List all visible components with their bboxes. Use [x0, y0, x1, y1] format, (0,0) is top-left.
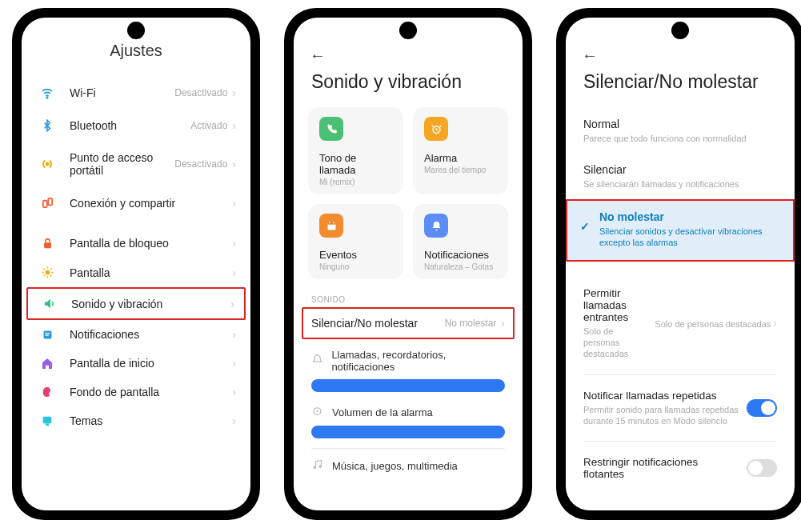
bluetooth-icon [36, 119, 58, 132]
svg-rect-21 [327, 222, 335, 225]
alarm-icon [424, 117, 448, 141]
row-label: Punto de acceso portátil [70, 151, 174, 177]
chevron-right-icon: › [232, 119, 236, 132]
chevron-right-icon: › [232, 266, 236, 279]
row-label: Conexión y compartir [70, 197, 232, 210]
row-allow-incoming[interactable]: Permitir llamadas entrantes Solo de pers… [566, 279, 795, 368]
wallpaper-icon [36, 386, 58, 398]
opt-title: No molestar [599, 210, 775, 223]
card-sub: Marea del tiempo [424, 166, 497, 174]
row-wifi[interactable]: Wi-Fi Desactivado › [22, 76, 250, 110]
phone-dnd: ← Silenciar/No molestar Normal Parece qu… [556, 8, 801, 520]
row-label: Pantalla de bloqueo [70, 237, 232, 250]
row-label: Pantalla de inicio [70, 357, 232, 370]
slider-alarm[interactable] [311, 426, 505, 438]
separator [583, 441, 777, 442]
home-icon [36, 357, 58, 370]
row-restrict-floating[interactable]: Restringir notificaciones flotantes [566, 448, 795, 488]
separator [583, 374, 777, 375]
svg-point-1 [46, 163, 49, 166]
share-icon [36, 196, 58, 210]
screen-dnd: ← Silenciar/No molestar Normal Parece qu… [566, 18, 795, 510]
highlight-sound: Sonido y vibración › [26, 287, 246, 320]
row-value: Desactivado [174, 158, 227, 170]
vol-label: Volumen de la alarma [332, 406, 433, 418]
row-home[interactable]: Pantalla de inicio › [22, 349, 250, 378]
wifi-icon [36, 86, 58, 100]
row-value: Desactivado [174, 87, 227, 98]
row-lockscreen[interactable]: Pantalla de bloqueo › [22, 229, 250, 258]
opt-silence[interactable]: Silenciar Se silenciarán llamadas y noti… [566, 154, 795, 199]
vol-label: Llamadas, recordatorios, notificaciones [331, 349, 505, 373]
svg-point-25 [314, 466, 316, 469]
card-sub: Mi (remix) [319, 178, 392, 186]
row-repeat-calls[interactable]: Notificar llamadas repetidas Permitir so… [566, 382, 795, 435]
chevron-right-icon: › [232, 86, 236, 99]
alarm-outline-icon [311, 405, 324, 419]
row-notifications[interactable]: Notificaciones › [22, 320, 250, 349]
row-label: Bluetooth [70, 119, 190, 132]
row-label: Notificaciones [70, 328, 232, 341]
row-hotspot[interactable]: Punto de acceso portátil Desactivado › [22, 142, 250, 186]
row-label: Pantalla [70, 266, 232, 279]
chevron-right-icon: › [232, 328, 236, 341]
back-button[interactable]: ← [294, 42, 523, 65]
svg-rect-18 [46, 423, 49, 426]
toggle-repeat-calls[interactable] [747, 399, 777, 417]
opt-title: Normal [583, 118, 777, 130]
slider-calls[interactable] [311, 379, 505, 392]
vol-label: Música, juegos, multimedia [332, 460, 458, 472]
row-label: Fondo de pantalla [70, 386, 232, 398]
themes-icon [36, 414, 58, 427]
svg-line-12 [43, 275, 44, 276]
card-title: Alarma [424, 152, 497, 164]
chevron-right-icon: › [232, 414, 236, 427]
svg-point-26 [319, 466, 322, 468]
opt-sub: Se silenciarán llamadas y notificaciones [583, 178, 777, 190]
row-label: Wi-Fi [70, 86, 174, 99]
hotspot-icon [36, 157, 58, 171]
svg-rect-3 [48, 198, 52, 206]
row-sound[interactable]: Sonido y vibración › [28, 289, 244, 318]
bell-outline-icon [311, 354, 323, 368]
row-value: Activado [190, 120, 227, 131]
svg-line-10 [43, 269, 44, 270]
back-button[interactable]: ← [566, 42, 795, 65]
svg-rect-4 [44, 242, 51, 248]
bell-icon [424, 214, 448, 238]
row-display[interactable]: Pantalla › [22, 258, 250, 287]
card-title: Tono de llamada [319, 152, 392, 176]
row-label: Sonido y vibración [71, 298, 230, 310]
row-label: Silenciar/No molestar [311, 317, 445, 330]
chevron-right-icon: › [232, 386, 236, 398]
svg-rect-16 [45, 334, 48, 335]
card-notifications[interactable]: Notificaciones Naturaleza – Gotas [413, 204, 508, 279]
card-ringtone[interactable]: Tono de llamada Mi (remix) [308, 107, 403, 194]
ctrl-value: Solo de personas destacadas › [655, 317, 777, 330]
row-value: No molestar [445, 318, 497, 329]
card-title: Notificaciones [424, 249, 497, 261]
card-events[interactable]: Eventos Ninguno [308, 204, 403, 279]
opt-normal[interactable]: Normal Parece que todo funciona con norm… [566, 108, 795, 154]
brightness-icon [36, 266, 58, 279]
chevron-right-icon: › [773, 317, 777, 330]
vol-calls-label: Llamadas, recordatorios, notificaciones [294, 346, 523, 376]
svg-point-5 [45, 270, 50, 275]
row-silence-dnd[interactable]: Silenciar/No molestar No molestar › [303, 309, 513, 338]
svg-line-13 [50, 269, 51, 270]
row-share[interactable]: Conexión y compartir › [22, 186, 250, 219]
card-sub: Ninguno [319, 262, 392, 271]
row-wallpaper[interactable]: Fondo de pantalla › [22, 378, 250, 406]
card-alarm[interactable]: Alarma Marea del tiempo [413, 107, 508, 194]
screen-sound: ← Sonido y vibración Tono de llamada Mi … [294, 18, 523, 510]
separator [311, 448, 505, 449]
card-sub: Naturaleza – Gotas [424, 262, 497, 271]
opt-dnd[interactable]: ✓ No molestar Silenciar sonidos y desact… [566, 199, 795, 262]
row-bluetooth[interactable]: Bluetooth Activado › [22, 110, 250, 142]
toggle-restrict-floating[interactable] [747, 459, 777, 477]
row-themes[interactable]: Temas › [22, 406, 250, 435]
sound-icon [38, 297, 60, 310]
chevron-right-icon: › [232, 158, 236, 170]
svg-line-11 [50, 275, 51, 276]
music-icon [311, 458, 324, 473]
